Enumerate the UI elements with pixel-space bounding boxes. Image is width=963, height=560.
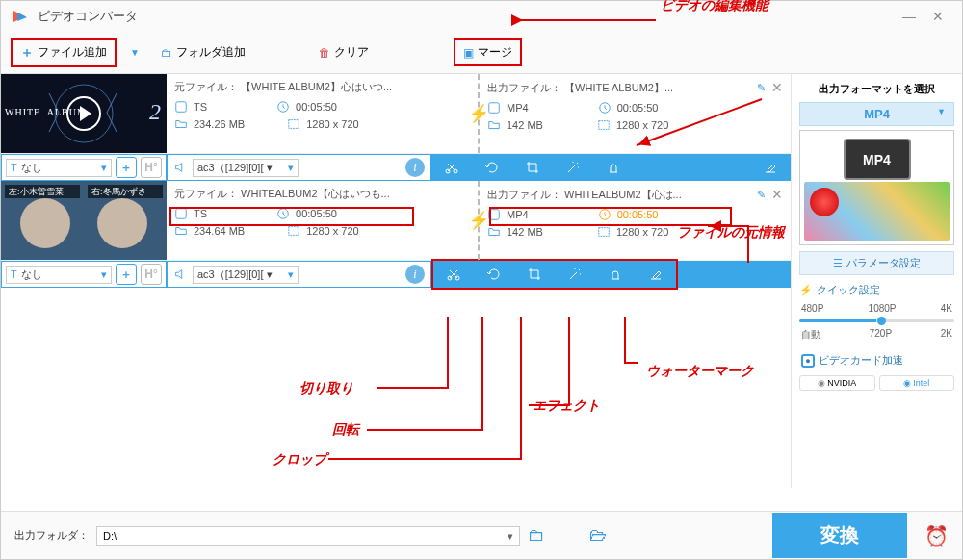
add-folder-label: フォルダ追加 bbox=[176, 44, 246, 61]
video-thumbnail[interactable]: WHITE ALBUM 2 bbox=[1, 74, 167, 153]
rotate-tool[interactable] bbox=[472, 154, 512, 181]
nvidia-badge: ◉NVIDIA bbox=[799, 375, 875, 391]
source-duration: 00:05:50 bbox=[296, 101, 337, 113]
svg-rect-6 bbox=[489, 103, 500, 114]
gpu-accel-toggle[interactable]: ● ビデオカード加速 bbox=[799, 349, 954, 371]
clock-icon bbox=[276, 207, 290, 220]
schedule-button[interactable]: ⏰ bbox=[924, 524, 949, 547]
trim-tool[interactable] bbox=[433, 261, 474, 288]
speaker-icon bbox=[173, 267, 187, 281]
add-file-button[interactable]: ＋ ファイル追加 bbox=[11, 38, 117, 67]
crop-tool[interactable] bbox=[512, 154, 553, 181]
resolution-icon bbox=[597, 118, 611, 132]
svg-point-13 bbox=[97, 198, 147, 248]
svg-text:左:小木曽雪菜: 左:小木曽雪菜 bbox=[9, 187, 64, 196]
folder-icon: 🗀 bbox=[161, 46, 172, 60]
rotate-tool[interactable] bbox=[474, 261, 514, 288]
preset-720p[interactable]: 720P bbox=[870, 328, 892, 342]
apply-edit-tool[interactable] bbox=[636, 261, 676, 288]
format-icon bbox=[487, 208, 501, 221]
resolution-icon bbox=[287, 117, 300, 131]
video-thumbnail[interactable]: 左:小木曽雪菜右:冬馬かずさ bbox=[1, 181, 167, 260]
output-folder-path[interactable]: D:\ bbox=[96, 526, 520, 546]
clock-icon bbox=[598, 101, 612, 115]
remove-item-button[interactable]: ✕ bbox=[771, 80, 783, 95]
subtitle-select[interactable]: Tなし bbox=[6, 266, 112, 284]
format-icon bbox=[174, 100, 188, 114]
clear-button[interactable]: 🗑 クリア bbox=[311, 40, 377, 64]
subtitle-select[interactable]: Tなし bbox=[6, 159, 112, 177]
source-file-label: 元ファイル： bbox=[174, 80, 238, 94]
quality-slider[interactable] bbox=[799, 319, 954, 322]
lightning-icon: ⚡ bbox=[799, 284, 813, 296]
output-file-label: 出力ファイル： bbox=[487, 188, 561, 202]
svg-rect-8 bbox=[599, 121, 610, 130]
output-folder-browse[interactable]: 🗁 bbox=[589, 525, 607, 546]
edit-pencil-icon[interactable]: ✎ bbox=[757, 82, 766, 94]
folder-icon bbox=[487, 225, 501, 239]
minimize-button[interactable]: — bbox=[895, 9, 924, 24]
effect-tool[interactable] bbox=[555, 261, 595, 288]
remove-item-button[interactable]: ✕ bbox=[771, 187, 783, 202]
folder-icon bbox=[174, 224, 188, 238]
output-format-title: 出力フォーマットを選択 bbox=[799, 82, 954, 96]
plus-icon: ＋ bbox=[20, 44, 34, 62]
trim-tool[interactable] bbox=[431, 154, 472, 181]
svg-rect-23 bbox=[599, 228, 610, 237]
add-subtitle-button[interactable]: ＋ bbox=[116, 264, 137, 285]
hardware-button[interactable]: H° bbox=[141, 264, 162, 285]
preset-2k[interactable]: 2K bbox=[941, 328, 952, 342]
effect-tool[interactable] bbox=[553, 154, 593, 181]
sliders-icon: ☰ bbox=[833, 257, 843, 269]
svg-text:右:冬馬かずさ: 右:冬馬かずさ bbox=[91, 187, 146, 196]
crop-tool[interactable] bbox=[514, 261, 555, 288]
svg-rect-20 bbox=[289, 227, 299, 236]
output-folder-label: 出力フォルダ： bbox=[14, 528, 89, 543]
source-file-name: WHITEALBUM2【心はいつも... bbox=[241, 187, 390, 201]
parameter-settings-label: パラメータ設定 bbox=[846, 256, 921, 270]
trash-icon: 🗑 bbox=[319, 46, 330, 60]
output-resolution: 1280 x 720 bbox=[616, 226, 668, 238]
source-file-label: 元ファイル： bbox=[174, 187, 238, 201]
source-duration: 00:05:50 bbox=[296, 208, 337, 219]
audio-track-select[interactable]: ac3（[129][0][ ▾ bbox=[193, 266, 299, 284]
info-button[interactable]: i bbox=[405, 158, 425, 177]
merge-button[interactable]: ▣ マージ bbox=[454, 38, 522, 66]
edit-pencil-icon[interactable]: ✎ bbox=[757, 189, 766, 201]
watermark-tool[interactable] bbox=[593, 154, 634, 181]
folder-icon bbox=[174, 117, 188, 131]
preset-1080p[interactable]: 1080P bbox=[869, 303, 897, 314]
add-file-dropdown[interactable]: ▼ bbox=[126, 47, 143, 58]
watermark-tool[interactable] bbox=[595, 261, 636, 288]
preset-4k[interactable]: 4K bbox=[941, 303, 952, 314]
source-size: 234.64 MB bbox=[194, 225, 245, 237]
intel-badge: ◉Intel bbox=[879, 375, 955, 391]
output-size: 142 MB bbox=[507, 226, 543, 238]
audio-track-label: ac3（[129][0][ ▾ bbox=[197, 161, 273, 175]
add-file-label: ファイル追加 bbox=[38, 44, 107, 61]
preset-auto[interactable]: 自動 bbox=[801, 328, 820, 342]
svg-rect-18 bbox=[176, 209, 187, 219]
source-file-name: 【WHITE ALBUM2】心はいつ... bbox=[241, 80, 392, 94]
hardware-button[interactable]: H° bbox=[141, 157, 162, 178]
preset-480p[interactable]: 480P bbox=[801, 303, 823, 314]
apply-edit-tool[interactable] bbox=[750, 160, 791, 175]
close-button[interactable]: ✕ bbox=[924, 9, 952, 24]
source-resolution: 1280 x 720 bbox=[306, 225, 358, 237]
parameter-settings-button[interactable]: ☰ パラメータ設定 bbox=[799, 251, 954, 275]
annotation-watermark: ウォーターマーク bbox=[646, 363, 754, 380]
add-subtitle-button[interactable]: ＋ bbox=[116, 157, 137, 178]
app-logo-icon bbox=[11, 7, 30, 26]
format-select[interactable]: MP4 bbox=[799, 102, 954, 126]
output-file-label: 出力ファイル： bbox=[487, 81, 561, 95]
subtitle-none-label: なし bbox=[21, 161, 42, 175]
svg-rect-3 bbox=[176, 102, 187, 113]
open-folder-button[interactable]: 🗀 bbox=[528, 525, 545, 546]
audio-track-select[interactable]: ac3（[129][0][ ▾ bbox=[193, 159, 299, 177]
info-button[interactable]: i bbox=[405, 265, 425, 284]
output-duration: 00:05:50 bbox=[617, 102, 659, 114]
format-icon bbox=[487, 101, 501, 115]
output-file-name: 【WHITE ALBUM2】... bbox=[564, 81, 673, 95]
add-folder-button[interactable]: 🗀 フォルダ追加 bbox=[153, 40, 253, 64]
convert-button[interactable]: 変換 bbox=[772, 513, 907, 558]
